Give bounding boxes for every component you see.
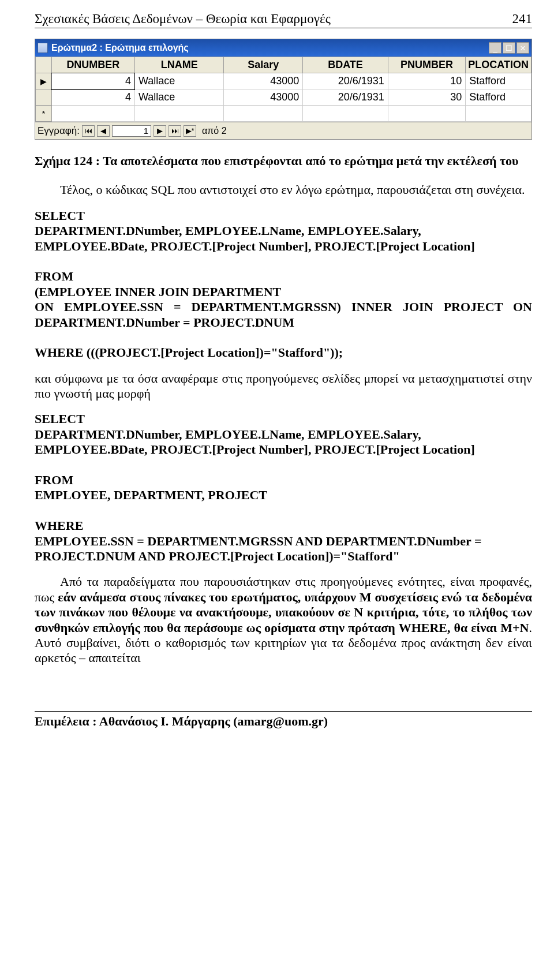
sql-line: FROM bbox=[35, 473, 532, 488]
table-row[interactable]: 4 Wallace 43000 20/6/1931 30 Stafford bbox=[36, 89, 531, 106]
close-button[interactable] bbox=[516, 42, 529, 54]
cell[interactable]: 43000 bbox=[224, 73, 303, 89]
cell[interactable]: 30 bbox=[388, 89, 466, 106]
para: και σύμφωνα με τα όσα αναφέραμε στις προ… bbox=[35, 371, 532, 402]
row-selector-header[interactable] bbox=[36, 57, 52, 73]
record-navbar: Εγγραφή: ⏮ ◀ 1 ▶ ⏭ ▶* από 2 bbox=[35, 122, 531, 139]
prev-button[interactable]: ◀ bbox=[97, 125, 110, 137]
sql-line: EMPLOYEE, DEPARTMENT, PROJECT bbox=[35, 488, 532, 503]
titlebar[interactable]: Ερώτημα2 : Ερώτημα επιλογής bbox=[35, 39, 531, 57]
record-label: Εγγραφή: bbox=[38, 125, 80, 137]
figure-caption: Σχήμα 124 : Τα αποτελέσματα που επιστρέφ… bbox=[35, 154, 532, 169]
col-lname[interactable]: LNAME bbox=[134, 57, 224, 73]
row-selector[interactable] bbox=[36, 89, 52, 106]
col-salary[interactable]: Salary bbox=[224, 57, 303, 73]
last-button[interactable]: ⏭ bbox=[169, 125, 181, 137]
col-pnumber[interactable]: PNUMBER bbox=[388, 57, 466, 73]
cell[interactable]: 20/6/1931 bbox=[303, 73, 388, 89]
sql-line: SELECT bbox=[35, 412, 532, 427]
cell[interactable]: 10 bbox=[388, 73, 466, 89]
para: Από τα παραδείγματα που παρουσιάστηκαν σ… bbox=[35, 574, 532, 665]
sql-line: DEPARTMENT.DNumber, EMPLOYEE.LName, EMPL… bbox=[35, 223, 532, 254]
new-row-icon[interactable]: * bbox=[36, 106, 52, 122]
cell[interactable]: 4 bbox=[51, 73, 134, 89]
new-button[interactable]: ▶* bbox=[184, 125, 196, 137]
cell[interactable]: Wallace bbox=[134, 89, 224, 106]
table-row[interactable]: ▶ 4 Wallace 43000 20/6/1931 10 Stafford bbox=[36, 73, 531, 89]
sql-line bbox=[35, 254, 532, 269]
next-button[interactable]: ▶ bbox=[154, 125, 166, 137]
record-input[interactable]: 1 bbox=[112, 125, 151, 137]
window-icon bbox=[38, 43, 48, 53]
cell[interactable] bbox=[134, 106, 224, 122]
minimize-button[interactable] bbox=[489, 42, 501, 54]
page-header-title: Σχεσιακές Βάσεις Δεδομένων – Θεωρία και … bbox=[35, 12, 331, 27]
cell[interactable]: Stafford bbox=[466, 89, 531, 106]
cell[interactable] bbox=[224, 106, 303, 122]
maximize-button[interactable] bbox=[503, 42, 515, 54]
sql-line bbox=[35, 330, 532, 345]
sql-line: WHERE (((PROJECT.[Project Location])="St… bbox=[35, 345, 532, 360]
sql-block-2: SELECT DEPARTMENT.DNumber, EMPLOYEE.LNam… bbox=[35, 412, 532, 564]
cell[interactable]: 20/6/1931 bbox=[303, 89, 388, 106]
window-title: Ερώτημα2 : Ερώτημα επιλογής bbox=[51, 43, 489, 53]
page-number: 241 bbox=[512, 12, 533, 27]
cell[interactable]: Stafford bbox=[466, 73, 531, 89]
sql-line bbox=[35, 458, 532, 473]
sql-line: WHERE bbox=[35, 518, 532, 533]
cell[interactable] bbox=[466, 106, 531, 122]
row-selector[interactable]: ▶ bbox=[36, 73, 52, 89]
sql-block-1: SELECT DEPARTMENT.DNumber, EMPLOYEE.LNam… bbox=[35, 208, 532, 361]
record-total: από 2 bbox=[202, 126, 227, 136]
col-plocation[interactable]: PLOCATION bbox=[466, 57, 531, 73]
cell[interactable] bbox=[51, 106, 134, 122]
sql-line bbox=[35, 503, 532, 518]
cell[interactable] bbox=[303, 106, 388, 122]
result-grid[interactable]: DNUMBER LNAME Salary BDATE PNUMBER PLOCA… bbox=[35, 57, 531, 122]
col-dnumber[interactable]: DNUMBER bbox=[51, 57, 134, 73]
query-window: Ερώτημα2 : Ερώτημα επιλογής DNUMBER LNAM… bbox=[35, 39, 532, 140]
cell[interactable]: 43000 bbox=[224, 89, 303, 106]
col-bdate[interactable]: BDATE bbox=[303, 57, 388, 73]
new-row[interactable]: * bbox=[36, 106, 531, 122]
sql-line: FROM bbox=[35, 269, 532, 284]
first-button[interactable]: ⏮ bbox=[82, 125, 95, 137]
footer: Επιμέλεια : Αθανάσιος Ι. Μάργαρης (amarg… bbox=[35, 711, 532, 729]
sql-line: ON EMPLOYEE.SSN = DEPARTMENT.MGRSSN) INN… bbox=[35, 300, 532, 330]
cell[interactable] bbox=[388, 106, 466, 122]
sql-line: EMPLOYEE.SSN = DEPARTMENT.MGRSSN AND DEP… bbox=[35, 534, 532, 564]
text-bold: εάν ανάμεσα στους πίνακες του ερωτήματος… bbox=[35, 590, 532, 635]
sql-line: (EMPLOYEE INNER JOIN DEPARTMENT bbox=[35, 285, 532, 300]
sql-line: DEPARTMENT.DNumber, EMPLOYEE.LName, EMPL… bbox=[35, 427, 532, 458]
cell[interactable]: Wallace bbox=[134, 73, 224, 89]
cell[interactable]: 4 bbox=[51, 89, 134, 106]
para: Τέλος, ο κώδικας SQL που αντιστοιχεί στο… bbox=[35, 182, 532, 197]
sql-line: SELECT bbox=[35, 208, 532, 223]
